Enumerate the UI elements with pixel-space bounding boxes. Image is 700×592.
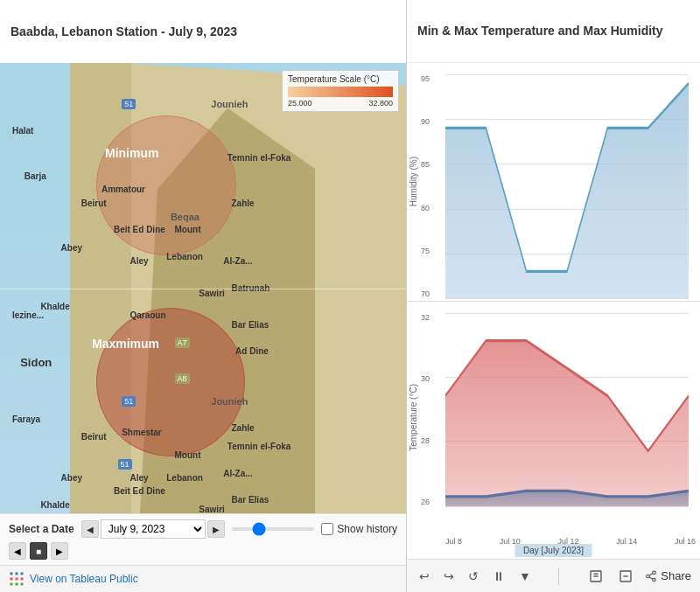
reset-button[interactable]: ↺ (465, 568, 482, 585)
map-city-mount-top: Mount (175, 225, 201, 234)
redo-button[interactable]: ↪ (440, 568, 458, 585)
left-panel: Baabda, Lebanon Station - July 9, 2023 M… (0, 0, 407, 592)
temp-y-label-container: Temperature (°C) (409, 302, 418, 533)
temp-legend-title: Temperature Scale (°C) (288, 74, 393, 84)
svg-rect-1 (16, 573, 18, 575)
humidity-chart-inner: 95 90 85 80 75 70 (445, 74, 689, 298)
temp-y-28: 28 (421, 436, 430, 445)
map-city-lebanon-top: Lebanon (166, 252, 203, 261)
left-panel-title: Baabda, Lebanon Station - July 9, 2023 (0, 0, 406, 63)
charts-area: Humidity (%) 95 90 85 80 75 70 (407, 63, 700, 559)
map-city-beitdine-top: Beit Ed Dine (114, 225, 165, 234)
temp-svg (445, 313, 689, 506)
toolbar-right: Share (585, 568, 691, 585)
humidity-svg (445, 74, 689, 298)
controls-row1: Select a Date ◀ July 9, 2023 ▶ Show hist… (9, 519, 397, 539)
map-city-alzaa-top: Al-Za... (223, 256, 252, 266)
select-date-label: Select a Date (9, 523, 74, 535)
show-history-container: Show history (321, 523, 397, 535)
footer: View on Tableau Public (0, 565, 406, 592)
map-city-mount-bot: Mount (175, 450, 201, 460)
bottom-controls: Select a Date ◀ July 9, 2023 ▶ Show hist… (0, 513, 406, 565)
x-label-jul8: Jul 8 (445, 537, 462, 546)
map-city-zahle-top: Zahle (231, 198, 254, 208)
svg-marker-9 (445, 83, 689, 298)
map-city-barja: Barja (24, 171, 46, 181)
map-city-sawiri-top: Sawiri (199, 289, 224, 298)
top-section: Baabda, Lebanon Station - July 9, 2023 M… (0, 0, 700, 592)
map-city-khalde-top: Khalde (40, 302, 69, 311)
prev-date-button[interactable]: ◀ (81, 520, 99, 538)
temp-y-axis: 32 30 28 26 (421, 313, 430, 506)
svg-line-21 (649, 576, 653, 578)
temp-legend-bar (288, 87, 393, 97)
right-panel-title: Min & Max Temperature and Max Humidity (407, 0, 700, 63)
max-label: Maxmimum (92, 337, 159, 351)
grid-line-70 (445, 298, 689, 299)
temperature-chart: Temperature (°C) 32 30 28 26 (407, 302, 700, 559)
temp-y-26: 26 (421, 498, 430, 506)
svg-line-22 (649, 573, 653, 575)
map-city-temnin-top: Temnin el-Foka (228, 153, 291, 163)
map-city-aley-bot: Aley (130, 473, 148, 483)
map-area: Minimum Maxmimum Jounieh Beirut Mount Le… (0, 63, 406, 513)
tableau-logo-icon (9, 571, 24, 587)
x-label-jul14: Jul 14 (616, 537, 637, 546)
date-slider[interactable] (232, 527, 315, 531)
map-city-lebanon-bot: Lebanon (166, 473, 203, 483)
show-history-checkbox[interactable] (321, 523, 333, 535)
share-icon (645, 570, 657, 582)
map-city-ammatour: Ammatour (102, 185, 145, 194)
map-city-jounieh-bot: Jounieh (211, 396, 248, 407)
rewind-button[interactable]: ◀ (9, 542, 26, 560)
fullscreen-button[interactable] (615, 568, 636, 585)
tableau-public-link[interactable]: View on Tableau Public (30, 573, 138, 585)
temp-y-32: 32 (421, 313, 430, 322)
min-label: Minimum (105, 146, 158, 160)
map-city-beirut-top: Beirut (81, 198, 107, 208)
toolbar-left: ↩ ↪ ↺ ⏸ ▼ (416, 568, 531, 585)
humidity-y-90: 90 (421, 117, 430, 126)
controls-row2: ◀ ■ ▶ (9, 542, 397, 560)
dropdown-arrow: ▼ (519, 569, 531, 583)
temperature-legend: Temperature Scale (°C) 25.000 32.800 (282, 70, 399, 112)
road-a7: A7 (175, 338, 190, 348)
svg-rect-2 (21, 573, 24, 575)
map-city-jounieh-top: Jounieh (211, 99, 248, 109)
slider-container (232, 527, 315, 531)
svg-rect-4 (16, 578, 18, 581)
next-date-button[interactable]: ▶ (207, 520, 225, 538)
map-city-beitdine-bot: Beit Ed Dine (114, 486, 165, 496)
stop-button[interactable]: ■ (30, 542, 47, 560)
map-city-beirut-bot: Beirut (81, 432, 107, 442)
svg-rect-3 (10, 578, 13, 581)
undo-button[interactable]: ↩ (416, 568, 433, 585)
play-button[interactable]: ▶ (51, 542, 68, 560)
download-icon (589, 569, 603, 583)
humidity-y-80: 80 (421, 204, 430, 212)
map-city-qaraoun: Qaraoun (130, 310, 165, 320)
road-51-top: 51 (122, 99, 136, 109)
svg-rect-0 (10, 573, 13, 575)
download-button[interactable] (585, 568, 606, 585)
map-city-abey-bot: Abey (61, 473, 82, 483)
share-label: Share (661, 569, 691, 582)
map-city-faraya: Faraya (12, 414, 40, 424)
pause-button[interactable]: ⏸ (489, 568, 508, 585)
map-city-barelias-bot: Bar Elias (231, 495, 269, 505)
map-city-sawiri-bot: Sawiri (199, 505, 224, 513)
bottom-toolbar: ↩ ↪ ↺ ⏸ ▼ (407, 559, 700, 592)
right-panel: Min & Max Temperature and Max Humidity H… (407, 0, 700, 592)
date-dropdown[interactable]: July 9, 2023 (101, 519, 206, 539)
temp-min-label: 25.000 (288, 99, 312, 108)
share-button[interactable]: Share (645, 569, 691, 582)
map-city-halat: Halat (12, 126, 33, 136)
map-city-temnin-bot: Temnin el-Foka (228, 442, 291, 451)
humidity-y-label-container: Humidity (%) (409, 63, 418, 301)
svg-rect-7 (16, 583, 18, 586)
toolbar-divider (558, 568, 559, 585)
max-circle (96, 308, 245, 456)
temp-y-label: Temperature (°C) (409, 384, 418, 451)
map-city-khalde-bot: Khalde (40, 500, 69, 510)
road-51-bot2: 51 (118, 459, 132, 470)
